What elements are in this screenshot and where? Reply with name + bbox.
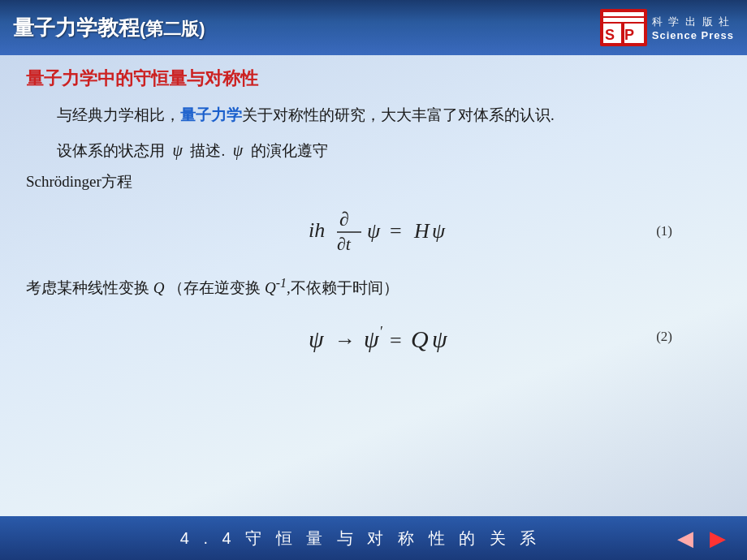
footer-bar: 4 . 4 守 恒 量 与 对 称 性 的 关 系 ◀ ▶ xyxy=(0,516,747,560)
header-bar: 量子力学教程(第二版) S P 科 学 出 版 社 Science Press xyxy=(0,0,747,55)
psi-symbol-1: ψ xyxy=(173,141,183,159)
equation-2-container: ψ → ψ ′ = Q ψ (2) xyxy=(26,308,721,365)
Q-symbol: Q xyxy=(153,279,165,296)
svg-text:Q: Q xyxy=(411,325,429,352)
svg-text:∂t: ∂t xyxy=(337,234,352,254)
equation-1-svg: ih ∂ ∂t ψ = H ψ xyxy=(244,203,503,260)
publisher-chinese: 科 学 出 版 社 xyxy=(652,15,731,29)
svg-rect-1 xyxy=(603,12,644,16)
para1-highlight: 量子力学 xyxy=(180,106,242,123)
prev-button[interactable]: ◀ xyxy=(672,525,698,551)
para1-part1: 与经典力学相比， xyxy=(57,106,180,123)
title-paren: (第二版) xyxy=(140,19,205,39)
title-text: 量子力学教程 xyxy=(13,15,140,40)
para3-part1: 考虑某种线性变换 xyxy=(26,279,149,296)
main-content: 量子力学中的守恒量与对称性 与经典力学相比，量子力学关于对称性的研究，大大丰富了… xyxy=(0,55,747,516)
psi-symbol-2: ψ xyxy=(233,141,243,159)
equation-2-svg: ψ → ψ ′ = Q ψ xyxy=(244,308,503,365)
equation-1-container: ih ∂ ∂t ψ = H ψ (1) xyxy=(26,203,721,260)
svg-text:P: P xyxy=(624,27,634,43)
svg-text:′: ′ xyxy=(380,324,383,340)
paragraph-1: 与经典力学相比，量子力学关于对称性的研究，大大丰富了对体系的认识. xyxy=(26,102,721,127)
right-arrow-icon: ▶ xyxy=(710,526,726,551)
Q-inv-symbol: Q-1 xyxy=(265,279,287,296)
para2-part3: 的演化遵守 xyxy=(251,142,328,159)
para2-schrodinger: 设体系的状态用 ψ 描述. ψ 的演化遵守 xyxy=(26,137,721,164)
publisher-text: 科 学 出 版 社 Science Press xyxy=(652,15,734,41)
section-title: 量子力学中的守恒量与对称性 xyxy=(26,67,721,91)
para2-part1: 设体系的状态用 xyxy=(57,142,165,159)
svg-text:=: = xyxy=(390,329,402,352)
publisher-logo: S P 科 学 出 版 社 Science Press xyxy=(600,9,734,46)
equation-2-number: (2) xyxy=(656,329,672,345)
svg-rect-2 xyxy=(603,18,644,22)
para3: 考虑某种线性变换 Q （存在逆变换 Q-1,不依赖于时间） xyxy=(26,273,721,301)
svg-text:ih: ih xyxy=(309,218,325,242)
sp-logo-icon: S P xyxy=(600,9,647,46)
equation-1-number: (1) xyxy=(656,223,672,239)
svg-text:ψ: ψ xyxy=(432,325,448,352)
para2-part2: 描述. xyxy=(190,142,225,159)
svg-text:S: S xyxy=(605,27,615,43)
publisher-english: Science Press xyxy=(652,29,734,41)
para1-part2: 关于对称性的研究，大大丰富了对体系的认识. xyxy=(242,106,555,123)
svg-text:=: = xyxy=(390,219,402,243)
footer-text: 4 . 4 守 恒 量 与 对 称 性 的 关 系 xyxy=(49,528,672,549)
schrodinger-text: Schrödinger方程 xyxy=(26,173,132,190)
svg-text:→: → xyxy=(335,329,356,352)
svg-text:ψ: ψ xyxy=(367,219,381,243)
para3-part2: （存在逆变换 xyxy=(168,279,261,296)
next-button[interactable]: ▶ xyxy=(705,525,731,551)
schrodinger-label: Schrödinger方程 xyxy=(26,169,721,194)
svg-text:∂: ∂ xyxy=(339,209,349,230)
book-title: 量子力学教程(第二版) xyxy=(13,14,205,42)
left-arrow-icon: ◀ xyxy=(677,526,693,551)
svg-text:ψ: ψ xyxy=(432,219,446,243)
para3-part3: ,不依赖于时间） xyxy=(287,279,399,296)
svg-text:H: H xyxy=(413,219,430,243)
svg-text:ψ: ψ xyxy=(309,325,325,352)
svg-text:ψ: ψ xyxy=(364,325,380,352)
footer-nav[interactable]: ◀ ▶ xyxy=(672,525,731,551)
